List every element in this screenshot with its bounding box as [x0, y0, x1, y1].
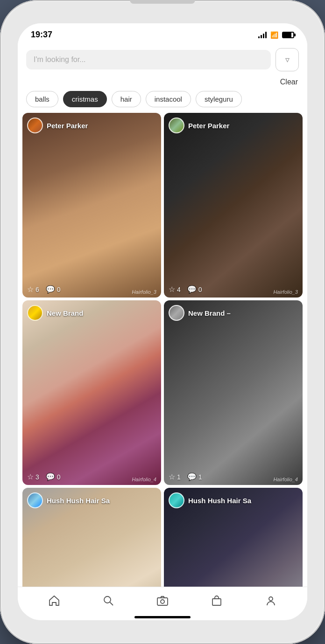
grid-item-3[interactable]: New Brand ☆ 3 💬 0 Hairfolio_4: [22, 300, 161, 485]
search-placeholder: I'm looking for...: [34, 55, 86, 64]
bottom-nav: [18, 587, 307, 612]
home-icon: [48, 595, 60, 607]
comment-icon: 💬: [187, 285, 197, 294]
item-4-stars: ☆ 1: [169, 472, 181, 481]
item-3-star-count: 3: [35, 473, 39, 481]
item-2-username: Peter Parker: [188, 122, 229, 130]
filter-button[interactable]: ▿: [276, 48, 299, 71]
item-2-watermark: Hairfolio_3: [273, 289, 298, 295]
tag-balls[interactable]: balls: [26, 91, 58, 107]
content-area: I'm looking for... ▿ Clear balls cristma…: [18, 43, 307, 587]
item-1-avatar: [27, 118, 43, 133]
image-grid: Peter Parker ☆ 6 💬 0 Hairfolio_3: [18, 113, 307, 587]
item-2-avatar: [169, 118, 184, 133]
svg-line-1: [110, 602, 113, 606]
tag-styleguru[interactable]: styleguru: [196, 91, 242, 107]
phone-shell: 19:37 📶 I'm looking for...: [0, 0, 325, 644]
volume-up-button[interactable]: [0, 103, 1, 131]
volume-down-button[interactable]: [0, 140, 1, 168]
star-icon: ☆: [27, 285, 34, 294]
item-6-header: Hush Hush Hair Sa: [169, 492, 251, 508]
status-bar: 19:37 📶: [18, 23, 307, 43]
svg-rect-2: [157, 598, 168, 605]
nav-home[interactable]: [42, 593, 66, 609]
item-3-comment-count: 0: [57, 473, 61, 481]
search-icon: [102, 595, 114, 607]
nav-camera[interactable]: [151, 593, 174, 609]
item-1-comments: 💬 0: [46, 285, 61, 294]
svg-point-3: [161, 600, 164, 603]
item-3-header: New Brand: [27, 305, 83, 321]
item-1-comment-count: 0: [57, 286, 61, 293]
screen: 19:37 📶 I'm looking for...: [18, 23, 307, 620]
comment-icon: 💬: [46, 285, 55, 294]
tag-cristmas[interactable]: cristmas: [63, 91, 107, 107]
tags-row: balls cristmas hair instacool styleguru: [18, 89, 307, 113]
item-2-comments: 💬 0: [187, 285, 202, 294]
camera-icon: [156, 595, 169, 607]
item-1-header: Peter Parker: [27, 118, 88, 133]
item-4-watermark: Hairfolio_4: [273, 477, 298, 482]
phone-notch: [130, 0, 195, 4]
item-6-username: Hush Hush Hair Sa: [188, 497, 251, 505]
item-3-username: New Brand: [47, 309, 83, 317]
shop-icon: [211, 595, 223, 607]
battery-icon: [282, 32, 294, 38]
item-1-stars: ☆ 6: [27, 285, 39, 294]
item-1-star-count: 6: [35, 286, 39, 293]
grid-item-5[interactable]: Hush Hush Hair Sa: [22, 488, 161, 587]
grid-item-1[interactable]: Peter Parker ☆ 6 💬 0 Hairfolio_3: [22, 113, 161, 298]
star-icon: ☆: [169, 285, 175, 294]
item-2-stars: ☆ 4: [169, 285, 181, 294]
svg-point-5: [269, 597, 273, 601]
status-time: 19:37: [31, 30, 52, 40]
item-3-avatar: [27, 305, 43, 321]
item-5-username: Hush Hush Hair Sa: [47, 497, 110, 505]
search-input-wrapper[interactable]: I'm looking for...: [26, 50, 271, 69]
clear-row: Clear: [18, 76, 307, 89]
star-icon: ☆: [169, 472, 175, 481]
item-4-header: New Brand –: [169, 305, 231, 321]
nav-search[interactable]: [97, 593, 120, 609]
star-icon: ☆: [27, 472, 34, 481]
item-4-comment-count: 1: [198, 473, 202, 481]
wifi-icon: 📶: [270, 31, 278, 39]
nav-shop[interactable]: [205, 593, 228, 609]
item-4-star-count: 1: [177, 473, 181, 481]
item-4-avatar: [169, 305, 184, 321]
item-1-username: Peter Parker: [47, 122, 88, 130]
signal-icon: [258, 32, 267, 38]
item-2-comment-count: 0: [198, 286, 202, 293]
grid-item-2[interactable]: Peter Parker ☆ 4 💬 0 Hairfolio_3: [164, 113, 303, 298]
item-1-watermark: Hairfolio_3: [132, 289, 156, 295]
filter-icon: ▿: [285, 55, 290, 65]
clear-button[interactable]: Clear: [280, 78, 298, 86]
item-3-watermark: Hairfolio_4: [132, 477, 156, 482]
nav-profile[interactable]: [259, 593, 283, 609]
comment-icon: 💬: [46, 472, 55, 481]
svg-rect-4: [212, 599, 221, 605]
item-5-header: Hush Hush Hair Sa: [27, 492, 110, 508]
item-3-comments: 💬 0: [46, 472, 61, 481]
grid-item-4[interactable]: New Brand – ☆ 1 💬 1 Hairfolio_4: [164, 300, 303, 485]
item-4-comments: 💬 1: [187, 472, 202, 481]
svg-point-0: [104, 596, 111, 603]
tag-instacool[interactable]: instacool: [146, 91, 191, 107]
item-6-avatar: [169, 492, 184, 508]
item-3-stars: ☆ 3: [27, 472, 39, 481]
grid-item-6[interactable]: Hush Hush Hair Sa: [164, 488, 303, 587]
search-row: I'm looking for... ▿: [18, 43, 307, 76]
item-2-star-count: 4: [177, 286, 181, 293]
item-4-username: New Brand –: [188, 309, 231, 317]
item-5-avatar: [27, 492, 43, 508]
comment-icon: 💬: [187, 472, 197, 481]
home-indicator: [134, 616, 191, 618]
tag-hair[interactable]: hair: [112, 91, 141, 107]
profile-icon: [265, 595, 277, 607]
item-2-header: Peter Parker: [169, 118, 229, 133]
status-icons: 📶: [258, 31, 294, 39]
